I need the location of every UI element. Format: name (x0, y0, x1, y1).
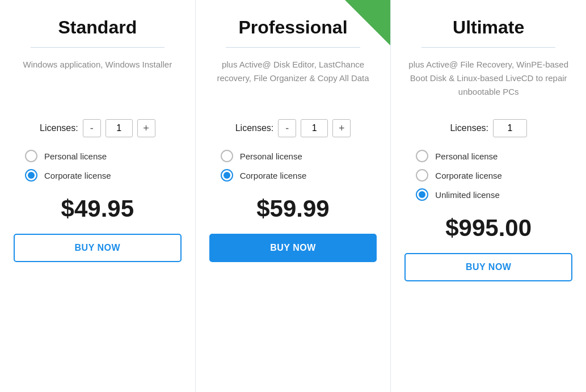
licenses-row-ultimate: Licenses: (450, 119, 527, 137)
license-label-ultimate-2: Unlimited license (435, 190, 499, 200)
radio-ultimate-2[interactable] (416, 188, 428, 201)
license-options-standard: Personal licenseCorporate license (14, 150, 182, 182)
plan-divider-professional (226, 47, 360, 48)
radio-ultimate-0[interactable] (416, 150, 428, 162)
plan-professional: Professionalplus Active@ Disk Editor, La… (196, 0, 391, 392)
radio-professional-0[interactable] (221, 150, 233, 162)
license-label-professional-0: Personal license (240, 151, 302, 161)
license-option-ultimate-0[interactable]: Personal license (416, 150, 572, 162)
licenses-label-professional: Licenses: (235, 123, 274, 133)
license-option-professional-1[interactable]: Corporate license (221, 169, 377, 182)
radio-inner-standard-1 (28, 172, 35, 179)
qty-input-ultimate[interactable] (493, 119, 527, 137)
radio-standard-0[interactable] (25, 150, 37, 162)
plan-divider-standard (31, 47, 165, 48)
license-label-standard-1: Corporate license (44, 171, 111, 180)
license-option-professional-0[interactable]: Personal license (221, 150, 377, 162)
buy-button-ultimate[interactable]: BUY NOW (404, 253, 572, 281)
license-option-standard-0[interactable]: Personal license (25, 150, 182, 162)
license-option-standard-1[interactable]: Corporate license (25, 169, 182, 182)
qty-input-professional[interactable] (301, 119, 328, 137)
qty-plus-standard[interactable]: + (137, 119, 155, 137)
price-ultimate: $995.00 (445, 214, 532, 242)
license-label-standard-0: Personal license (44, 151, 107, 161)
plan-divider-ultimate (421, 47, 556, 48)
plan-title-professional: Professional (238, 17, 347, 38)
plan-description-professional: plus Active@ Disk Editor, LastChance rec… (209, 58, 377, 109)
qty-plus-professional[interactable]: + (332, 119, 351, 137)
price-standard: $49.95 (61, 195, 134, 222)
radio-inner-ultimate-2 (419, 191, 425, 198)
buy-button-standard[interactable]: BUY NOW (14, 234, 182, 262)
plan-standard: StandardWindows application, Windows Ins… (0, 0, 196, 392)
license-options-ultimate: Personal licenseCorporate licenseUnlimit… (404, 150, 572, 201)
buy-button-professional[interactable]: BUY NOW (209, 234, 377, 262)
radio-professional-1[interactable] (221, 169, 233, 182)
qty-input-standard[interactable] (106, 119, 133, 137)
qty-minus-professional[interactable]: - (278, 119, 296, 137)
plan-ultimate: Ultimateplus Active@ File Recovery, WinP… (391, 0, 586, 392)
license-options-professional: Personal licenseCorporate license (209, 150, 377, 182)
plan-title-ultimate: Ultimate (453, 17, 524, 38)
licenses-label-standard: Licenses: (40, 123, 78, 133)
pricing-container: StandardWindows application, Windows Ins… (0, 0, 586, 392)
ribbon-badge (345, 0, 390, 45)
license-label-ultimate-0: Personal license (435, 151, 498, 161)
radio-inner-professional-1 (224, 172, 230, 179)
qty-minus-standard[interactable]: - (83, 119, 101, 137)
licenses-row-professional: Licenses:-+ (235, 119, 351, 137)
license-label-ultimate-1: Corporate license (435, 171, 502, 180)
plan-title-standard: Standard (58, 17, 137, 38)
licenses-label-ultimate: Licenses: (450, 123, 488, 133)
license-label-professional-1: Corporate license (240, 171, 307, 180)
radio-standard-1[interactable] (25, 169, 37, 182)
licenses-row-standard: Licenses:-+ (40, 119, 155, 137)
plan-description-standard: Windows application, Windows Installer (23, 58, 172, 109)
price-professional: $59.99 (256, 195, 329, 222)
radio-ultimate-1[interactable] (416, 169, 428, 182)
plan-description-ultimate: plus Active@ File Recovery, WinPE-based … (404, 58, 572, 109)
license-option-ultimate-2[interactable]: Unlimited license (416, 188, 572, 201)
license-option-ultimate-1[interactable]: Corporate license (416, 169, 572, 182)
